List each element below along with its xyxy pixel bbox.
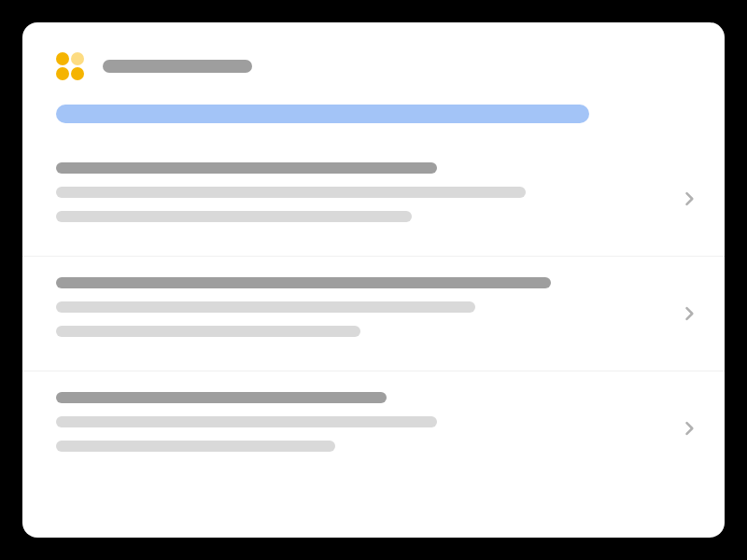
banner-row [22, 80, 725, 123]
item-desc-line [56, 441, 335, 452]
chevron-right-icon[interactable] [680, 189, 698, 208]
item-title [56, 392, 387, 403]
list-item[interactable] [22, 256, 725, 371]
item-title [56, 277, 551, 288]
card [22, 22, 725, 538]
item-desc-line [56, 211, 412, 222]
item-desc-line [56, 187, 526, 198]
item-desc-line [56, 416, 437, 427]
list-item[interactable] [22, 371, 725, 485]
app-logo-icon [56, 52, 84, 80]
item-title [56, 162, 437, 174]
list-item[interactable] [22, 142, 725, 256]
result-list [22, 142, 725, 485]
header [22, 22, 725, 80]
logo-dot [71, 67, 84, 80]
info-banner[interactable] [56, 105, 589, 123]
chevron-right-icon[interactable] [680, 304, 698, 323]
chevron-right-icon[interactable] [680, 419, 698, 438]
item-desc-line [56, 326, 360, 337]
logo-dot [71, 52, 84, 65]
logo-dot [56, 67, 69, 80]
logo-dot [56, 52, 69, 65]
item-desc-line [56, 301, 475, 313]
page-title [103, 60, 252, 73]
